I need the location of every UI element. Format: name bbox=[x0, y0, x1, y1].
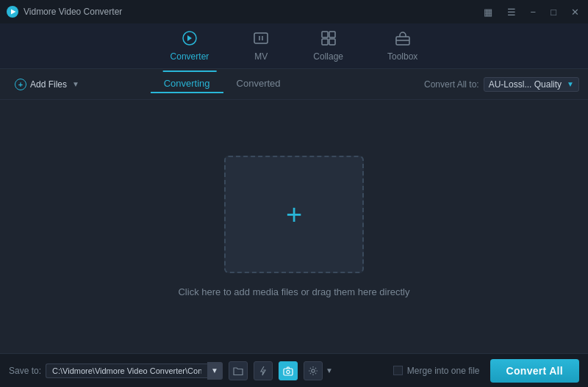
convert-all-dropdown-arrow: ▼ bbox=[567, 80, 574, 88]
bottom-icons: ▼ bbox=[229, 361, 333, 380]
svg-rect-8 bbox=[322, 39, 328, 45]
add-files-button[interactable]: + Add Files ▼ bbox=[9, 76, 85, 93]
convert-all-button[interactable]: Convert All bbox=[490, 359, 579, 383]
app-icon bbox=[6, 5, 19, 18]
tab-collage-label: Collage bbox=[313, 51, 343, 62]
tab-converter[interactable]: Converter bbox=[163, 26, 217, 66]
drop-hint: Click here to add media files or drag th… bbox=[178, 286, 409, 297]
svg-point-14 bbox=[312, 369, 315, 372]
svg-rect-7 bbox=[329, 32, 335, 37]
app-title: Vidmore Video Converter bbox=[24, 7, 122, 17]
tab-converter-label: Converter bbox=[171, 51, 209, 62]
convert-all-to-label: Convert All to: bbox=[424, 79, 479, 90]
tab-mv[interactable]: MV bbox=[245, 26, 276, 66]
save-path-input[interactable] bbox=[46, 364, 207, 378]
convert-all-select[interactable]: AU-Lossl... Quality ▼ bbox=[484, 77, 579, 92]
tab-collage[interactable]: Collage bbox=[306, 26, 351, 66]
svg-point-13 bbox=[287, 370, 290, 373]
mv-icon bbox=[253, 30, 269, 48]
menu-button[interactable]: ☰ bbox=[504, 5, 519, 19]
svg-rect-9 bbox=[329, 39, 335, 45]
convert-all-format: AU-Lossl... Quality bbox=[489, 79, 562, 90]
titlebar: Vidmore Video Converter ▦ ☰ − □ ✕ bbox=[0, 0, 588, 23]
settings-icon-button[interactable] bbox=[304, 361, 323, 380]
save-path-dropdown-button[interactable]: ▼ bbox=[207, 362, 223, 380]
converting-tab[interactable]: Converting bbox=[151, 75, 223, 93]
collage-icon bbox=[320, 30, 337, 48]
merge-label: Merge into one file bbox=[407, 366, 480, 376]
main-content: + Click here to add media files or drag … bbox=[0, 100, 588, 353]
maximize-button[interactable]: □ bbox=[548, 5, 559, 19]
titlebar-controls: ▦ ☰ − □ ✕ bbox=[481, 5, 582, 19]
camera-icon-button[interactable] bbox=[279, 361, 298, 380]
plus-circle-icon: + bbox=[15, 79, 26, 90]
add-media-icon: + bbox=[286, 200, 302, 228]
add-files-label: Add Files bbox=[30, 79, 67, 90]
folder-icon-button[interactable] bbox=[229, 361, 248, 380]
converted-tab[interactable]: Converted bbox=[223, 75, 294, 93]
toolbar: + Add Files ▼ Converting Converted Conve… bbox=[0, 69, 588, 100]
lightning-icon-button[interactable] bbox=[254, 361, 273, 380]
drop-zone[interactable]: + bbox=[224, 156, 364, 273]
chat-button[interactable]: ▦ bbox=[481, 5, 495, 19]
settings-dropdown-arrow[interactable]: ▼ bbox=[326, 366, 333, 375]
converter-icon bbox=[182, 30, 198, 48]
minimize-button[interactable]: − bbox=[528, 5, 539, 19]
save-to-label: Save to: bbox=[9, 366, 41, 376]
svg-rect-3 bbox=[254, 33, 268, 43]
svg-rect-12 bbox=[284, 369, 293, 375]
toolbox-icon bbox=[395, 30, 411, 48]
merge-checkbox[interactable] bbox=[393, 366, 403, 375]
convert-all-to: Convert All to: AU-Lossl... Quality ▼ bbox=[424, 77, 579, 92]
svg-rect-6 bbox=[322, 32, 328, 37]
add-files-dropdown-arrow[interactable]: ▼ bbox=[72, 80, 79, 88]
merge-checkbox-area: Merge into one file bbox=[393, 366, 480, 376]
convert-tabs: Converting Converted bbox=[151, 75, 294, 93]
tab-mv-label: MV bbox=[254, 51, 268, 62]
close-button[interactable]: ✕ bbox=[568, 5, 582, 19]
tab-toolbox-label: Toolbox bbox=[387, 51, 417, 62]
titlebar-left: Vidmore Video Converter bbox=[6, 5, 122, 18]
tab-toolbox[interactable]: Toolbox bbox=[380, 26, 425, 66]
bottom-bar: Save to: ▼ ▼ bbox=[0, 353, 588, 387]
tab-nav: Converter MV Collage bbox=[0, 23, 588, 69]
